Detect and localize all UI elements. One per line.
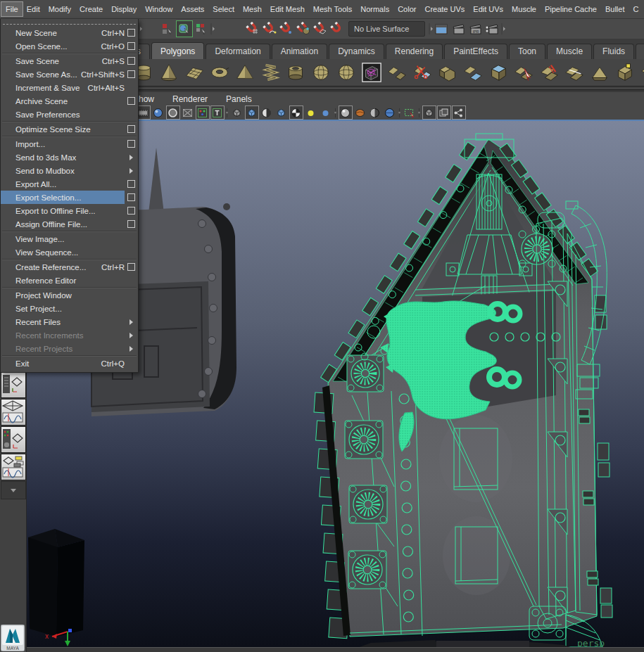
option-box-icon[interactable] — [127, 29, 135, 37]
menu-file[interactable]: File — [1, 2, 23, 16]
split-edge-ring-icon[interactable] — [537, 60, 561, 84]
panel-menu-renderer[interactable]: Renderer — [172, 94, 208, 104]
file-menu-item-assign-offline-file[interactable]: Assign Offline File... — [1, 217, 138, 231]
panel-menu-panels[interactable]: Panels — [226, 94, 252, 104]
live-surface-field[interactable]: No Live Surface — [348, 21, 425, 37]
menu-assets[interactable]: Assets — [177, 2, 208, 16]
texture-reference-icon[interactable] — [360, 60, 384, 84]
menu-edit-mesh[interactable]: Edit Mesh — [266, 2, 309, 16]
file-menu-item-archive-scene[interactable]: Archive Scene — [1, 94, 138, 108]
duplicate-face-icon[interactable] — [613, 60, 637, 84]
file-menu-item-new-scene[interactable]: New SceneCtrl+N — [1, 26, 138, 39]
menu-muscle[interactable]: Muscle — [507, 2, 541, 16]
shelf-tab-dynamics[interactable]: Dynamics — [329, 44, 384, 59]
xray-joints-icon[interactable] — [354, 106, 367, 119]
shelf-tab-animation[interactable]: Animation — [272, 44, 327, 59]
file-menu-item-export-selection[interactable]: Export Selection... — [1, 191, 138, 204]
file-menu-item-import[interactable]: Import... — [1, 137, 138, 151]
file-menu-item-save-scene[interactable]: Save SceneCtrl+S — [1, 54, 138, 68]
shelf-tab-deformation[interactable]: Deformation — [206, 44, 270, 59]
menu-pipeline-cache[interactable]: Pipeline Cache — [541, 2, 601, 16]
file-menu-item-create-reference[interactable]: Create Reference...Ctrl+R — [1, 260, 138, 274]
option-box-icon[interactable] — [127, 97, 135, 105]
menu-color[interactable]: Color — [393, 2, 420, 16]
menu-edit-uvs[interactable]: Edit UVs — [469, 2, 507, 16]
poly-pyramid-icon[interactable] — [233, 60, 257, 84]
option-box-icon[interactable] — [127, 263, 135, 271]
xray-mode-icon[interactable] — [339, 106, 352, 119]
poly-helix-icon[interactable] — [258, 60, 282, 84]
cut-faces-icon[interactable] — [410, 60, 434, 84]
textured-mode-icon[interactable] — [260, 106, 273, 119]
poly-cone-icon[interactable] — [157, 60, 181, 84]
menu-create[interactable]: Create — [75, 2, 107, 16]
mirror-geometry-icon[interactable] — [638, 60, 644, 84]
menu-c[interactable]: C — [629, 2, 643, 16]
snap-grid-icon[interactable] — [245, 21, 260, 37]
file-menu-item-export-to-offline-file[interactable]: Export to Offline File... — [1, 204, 138, 217]
grid-toggle-icon[interactable] — [167, 106, 179, 119]
menu-edit[interactable]: Edit — [23, 2, 44, 16]
isolate-view-icon[interactable] — [423, 106, 436, 119]
shelf-tab-fur[interactable]: Fur — [636, 44, 644, 59]
menu-window[interactable]: Window — [141, 2, 177, 16]
plugin-shading-icon[interactable] — [384, 106, 396, 119]
layout-persp-outliner-button[interactable] — [1, 426, 26, 453]
selection-highlight-icon[interactable] — [403, 106, 416, 119]
wireframe-model[interactable] — [314, 134, 612, 647]
shelf-tab-polygons[interactable]: Polygons — [151, 42, 204, 59]
render-settings-icon[interactable] — [484, 21, 500, 37]
ipr-render-icon[interactable]: IPR — [467, 21, 483, 37]
select-object-icon[interactable] — [177, 21, 192, 37]
shelf-tab-rendering[interactable]: Rendering — [386, 44, 443, 59]
menu-tearoff[interactable] — [3, 20, 136, 25]
extract-face-icon[interactable] — [512, 60, 536, 84]
shaded-mode-icon[interactable] — [246, 106, 258, 119]
shelf-tab-muscle[interactable]: Muscle — [547, 44, 592, 59]
file-menu-item-recent-projects[interactable]: Recent Projects — [1, 342, 138, 355]
film-gate-icon[interactable] — [182, 106, 194, 119]
poly-sphere-icon[interactable] — [309, 60, 333, 84]
black-box-model[interactable] — [28, 529, 84, 637]
file-menu-item-save-preferences[interactable]: Save Preferences — [1, 108, 138, 121]
file-menu-item-send-to-mudbox[interactable]: Send to Mudbox — [1, 164, 138, 177]
camera-attributes-icon[interactable] — [152, 106, 165, 119]
menu-normals[interactable]: Normals — [356, 2, 393, 16]
snap-curve-icon[interactable] — [262, 21, 277, 37]
shadows-icon[interactable] — [290, 106, 303, 119]
file-menu-item-increment-save[interactable]: Increment & SaveCtrl+Alt+S — [1, 81, 138, 94]
option-box-icon[interactable] — [127, 220, 135, 228]
poly-plane-icon[interactable] — [182, 60, 206, 84]
file-menu-item-export-all[interactable]: Export All... — [1, 177, 138, 191]
insert-edge-loop-icon[interactable] — [562, 60, 586, 84]
file-menu-item-recent-increments[interactable]: Recent Increments — [1, 328, 138, 342]
smooth-sphere-icon[interactable] — [334, 60, 358, 84]
render-current-frame-icon[interactable] — [450, 21, 466, 37]
isolate-select-icon[interactable] — [369, 106, 381, 119]
snap-view-plane-icon[interactable] — [312, 21, 328, 37]
file-menu-item-open-scene[interactable]: Open Scene...Ctrl+O — [1, 39, 138, 53]
all-lights-icon[interactable] — [275, 106, 288, 119]
make-live-icon[interactable] — [329, 21, 345, 37]
poly-torus-icon[interactable] — [208, 60, 232, 84]
menu-mesh[interactable]: Mesh — [239, 2, 266, 16]
wireframe-mode-icon[interactable] — [231, 106, 244, 119]
split-mesh-icon[interactable] — [461, 60, 485, 84]
quad-patch-icon[interactable] — [385, 60, 409, 84]
file-menu-item-recent-files[interactable]: Recent Files — [1, 315, 138, 328]
shelf-tab-toon[interactable]: Toon — [509, 44, 545, 59]
snap-projected-center-icon[interactable] — [296, 21, 311, 37]
menu-modify[interactable]: Modify — [44, 2, 75, 16]
select-component-icon[interactable] — [194, 21, 209, 37]
bevel-icon[interactable] — [588, 60, 612, 84]
file-menu-item-exit[interactable]: ExitCtrl+Q — [1, 357, 138, 370]
file-menu-item-set-project[interactable]: Set Project... — [1, 302, 138, 315]
layout-single-persp-button[interactable] — [1, 371, 26, 398]
option-box-icon[interactable] — [127, 193, 135, 201]
layout-four-view-button[interactable] — [1, 399, 26, 426]
option-box-icon[interactable] — [127, 207, 135, 215]
option-box-icon[interactable] — [127, 180, 135, 188]
menu-select[interactable]: Select — [208, 2, 239, 16]
option-box-icon[interactable] — [127, 42, 135, 50]
layout-persp-graph-button[interactable] — [1, 454, 26, 480]
